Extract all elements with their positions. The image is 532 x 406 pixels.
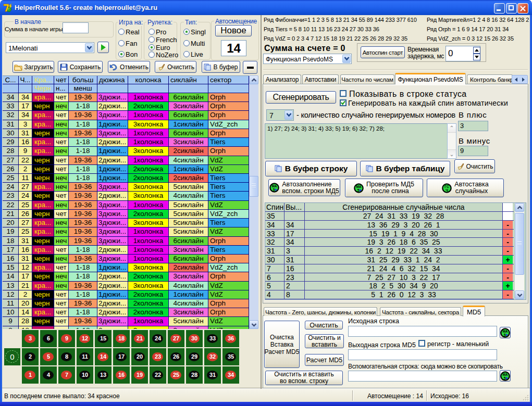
svg-text:5: 5 bbox=[504, 333, 506, 336]
svg-text:Ч: Ч bbox=[446, 188, 449, 192]
svg-text:5: 5 bbox=[273, 188, 275, 192]
svg-text:5: 5 bbox=[504, 376, 506, 379]
svg-text:5: 5 bbox=[357, 188, 360, 192]
